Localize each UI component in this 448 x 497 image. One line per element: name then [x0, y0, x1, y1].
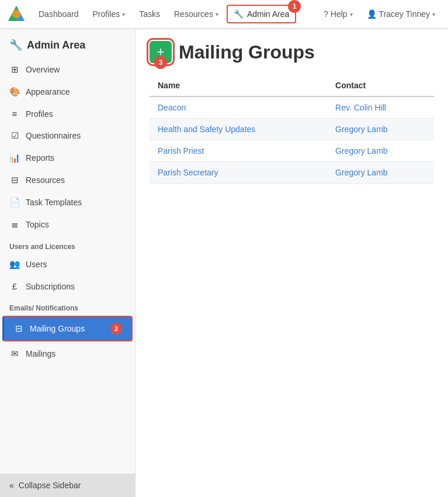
mailing-group-name[interactable]: Deacon: [150, 96, 327, 119]
nav-admin-area[interactable]: 🔧 Admin Area 1: [227, 5, 296, 23]
wrench-icon: 🔧: [234, 9, 244, 19]
nav-help[interactable]: ? Help ▾: [318, 6, 359, 22]
nav-user[interactable]: 👤 Tracey Tinney ▾: [361, 6, 441, 22]
mailing-group-contact[interactable]: Gregory Lamb: [327, 119, 434, 140]
nav-dashboard[interactable]: Dashboard: [33, 6, 85, 22]
resources-caret-icon: ▾: [216, 11, 218, 18]
mailing-group-contact[interactable]: Rev. Colin Hill: [327, 96, 434, 119]
page-layout: 🔧 Admin Area ⊞ Overview 🎨 Appearance ≡ P…: [0, 29, 448, 497]
help-caret-icon: ▾: [350, 11, 353, 18]
annotation-badge-1: 1: [288, 0, 301, 13]
table-row: DeaconRev. Colin Hill: [150, 96, 434, 119]
bar-chart-icon: 📊: [9, 153, 20, 163]
sidebar-title: 🔧 Admin Area: [0, 29, 135, 58]
check-square-icon: ☑: [9, 130, 20, 141]
page-header: + 3 Mailing Groups: [150, 41, 434, 63]
sidebar-item-mailings[interactable]: ✉ Mailings: [0, 343, 135, 365]
sidebar-item-subscriptions[interactable]: £ Subscriptions: [0, 275, 135, 297]
user-caret-icon: ▾: [432, 11, 435, 18]
mailing-groups-badge: 2: [110, 323, 122, 334]
nav-tasks[interactable]: Tasks: [133, 6, 166, 22]
sidebar-item-users[interactable]: 👥 Users: [0, 253, 135, 275]
page-title: Mailing Groups: [179, 42, 315, 63]
sidebar-item-task-templates[interactable]: 📄 Task Templates: [0, 191, 135, 213]
user-icon: 👤: [367, 9, 377, 19]
table-row: Health and Safety UpdatesGregory Lamb: [150, 119, 434, 140]
sidebar-item-reports[interactable]: 📊 Reports: [0, 147, 135, 169]
table-row: Parish SecretaryGregory Lamb: [150, 162, 434, 184]
svg-point-3: [12, 10, 20, 18]
mailing-groups-table: Name Contact DeaconRev. Colin HillHealth…: [150, 75, 434, 184]
add-button-container: + 3: [150, 41, 172, 63]
sidebar: 🔧 Admin Area ⊞ Overview 🎨 Appearance ≡ P…: [0, 29, 136, 497]
resources-icon: ⊟: [9, 175, 20, 185]
table2-icon: ⊟: [13, 323, 24, 334]
mailing-group-contact[interactable]: Gregory Lamb: [327, 140, 434, 162]
sidebar-item-mailing-groups[interactable]: ⊟ Mailing Groups 2: [2, 316, 133, 341]
question-icon: ?: [324, 9, 328, 19]
envelope-icon: ✉: [9, 348, 20, 359]
mailing-group-name[interactable]: Health and Safety Updates: [150, 119, 327, 140]
col-contact-header: Contact: [327, 75, 434, 96]
sidebar-item-topics[interactable]: ≣ Topics: [0, 213, 135, 236]
layers-icon: ≡: [9, 109, 20, 119]
paint-icon: 🎨: [9, 87, 20, 97]
sidebar-item-resources[interactable]: ⊟ Resources: [0, 169, 135, 191]
mailing-group-contact[interactable]: Gregory Lamb: [327, 162, 434, 184]
mailing-group-name[interactable]: Parish Secretary: [150, 162, 327, 184]
collapse-icon: «: [9, 481, 14, 490]
main-content: + 3 Mailing Groups Name Contact DeaconRe…: [136, 29, 448, 497]
users-icon: 👥: [9, 259, 20, 270]
col-name-header: Name: [150, 75, 327, 96]
sidebar-item-profiles[interactable]: ≡ Profiles: [0, 103, 135, 125]
top-navigation: Dashboard Profiles ▾ Tasks Resources ▾ 🔧…: [0, 0, 448, 29]
mailing-group-name[interactable]: Parish Priest: [150, 140, 327, 162]
sidebar-item-overview[interactable]: ⊞ Overview: [0, 58, 135, 81]
sidebar-item-appearance[interactable]: 🎨 Appearance: [0, 81, 135, 103]
wrench-sidebar-icon: 🔧: [9, 39, 22, 51]
nav-profiles[interactable]: Profiles ▾: [87, 6, 131, 22]
table-row: Parish PriestGregory Lamb: [150, 140, 434, 162]
list-icon: ≣: [9, 219, 20, 230]
file-icon: 📄: [9, 197, 20, 208]
app-logo[interactable]: [7, 5, 26, 23]
nav-resources[interactable]: Resources ▾: [168, 6, 224, 22]
annotation-badge-3: 3: [154, 56, 167, 69]
grid-icon: ⊞: [9, 64, 20, 75]
collapse-sidebar-button[interactable]: « Collapse Sidebar: [0, 474, 135, 497]
profiles-caret-icon: ▾: [122, 11, 125, 18]
pound-icon: £: [9, 281, 20, 291]
sidebar-item-questionnaires[interactable]: ☑ Questionnaires: [0, 125, 135, 147]
section-users-licences: Users and Licences: [0, 236, 135, 253]
section-emails-notifications: Emails/ Notifications: [0, 297, 135, 315]
